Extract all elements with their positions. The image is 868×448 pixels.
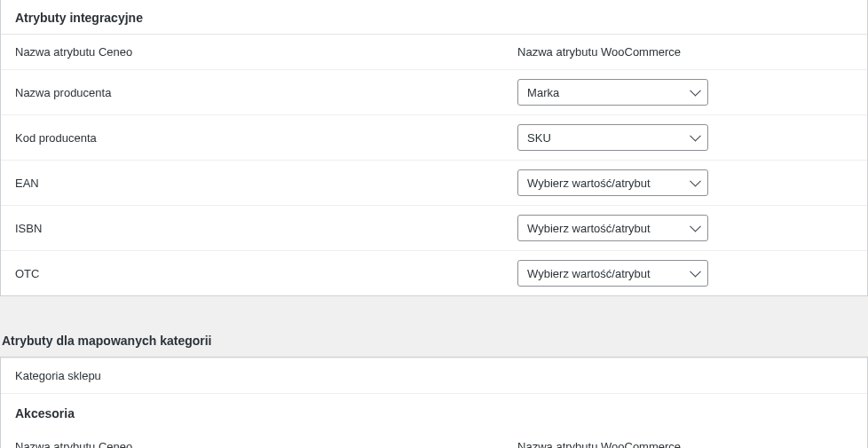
select-isbn[interactable]: Wybierz wartość/atrybut	[517, 215, 708, 241]
label-producer-name: Nazwa producenta	[1, 70, 503, 115]
select-wrap: Wybierz wartość/atrybut	[517, 215, 708, 241]
label-isbn: ISBN	[1, 206, 503, 251]
label-ean: EAN	[1, 161, 503, 206]
integration-title: Atrybuty integracyjne	[1, 0, 867, 35]
row-producer-code: Kod producenta SKU	[1, 115, 867, 161]
store-category-row: Kategoria sklepu	[1, 358, 867, 394]
select-wrap: Wybierz wartość/atrybut	[517, 260, 708, 287]
row-ean: EAN Wybierz wartość/atrybut	[1, 161, 867, 206]
accessories-table: Nazwa atrybutu Ceneo Nazwa atrybutu WooC…	[1, 429, 867, 448]
row-producer-name: Nazwa producenta Marka	[1, 70, 867, 115]
row-isbn: ISBN Wybierz wartość/atrybut	[1, 206, 867, 251]
acc-col-woo-header: Nazwa atrybutu WooCommerce	[503, 429, 867, 448]
mapped-categories-panel: Kategoria sklepu Akcesoria Nazwa atrybut…	[0, 357, 868, 448]
label-producer-code: Kod producenta	[1, 115, 503, 161]
col-ceneo-header: Nazwa atrybutu Ceneo	[1, 35, 503, 70]
select-wrap: Marka	[517, 79, 708, 106]
integration-table: Nazwa atrybutu Ceneo Nazwa atrybutu WooC…	[1, 35, 867, 295]
mapped-categories-title: Atrybuty dla mapowanych kategorii	[0, 323, 868, 357]
integration-attributes-panel: Atrybuty integracyjne Nazwa atrybutu Cen…	[0, 0, 868, 296]
select-wrap: Wybierz wartość/atrybut	[517, 169, 708, 196]
select-otc[interactable]: Wybierz wartość/atrybut	[517, 260, 708, 287]
accessories-title: Akcesoria	[1, 393, 867, 429]
accessories-header-row: Nazwa atrybutu Ceneo Nazwa atrybutu WooC…	[1, 429, 867, 448]
label-otc: OTC	[1, 251, 503, 296]
select-ean[interactable]: Wybierz wartość/atrybut	[517, 169, 708, 196]
table-header-row: Nazwa atrybutu Ceneo Nazwa atrybutu WooC…	[1, 35, 867, 70]
mapped-table: Kategoria sklepu	[1, 358, 867, 393]
col-woo-header: Nazwa atrybutu WooCommerce	[503, 35, 867, 70]
store-category-label: Kategoria sklepu	[1, 358, 867, 394]
select-wrap: SKU	[517, 124, 708, 151]
select-producer-name[interactable]: Marka	[517, 79, 708, 106]
select-producer-code[interactable]: SKU	[517, 124, 708, 151]
row-otc: OTC Wybierz wartość/atrybut	[1, 251, 867, 296]
acc-col-ceneo-header: Nazwa atrybutu Ceneo	[1, 429, 503, 448]
